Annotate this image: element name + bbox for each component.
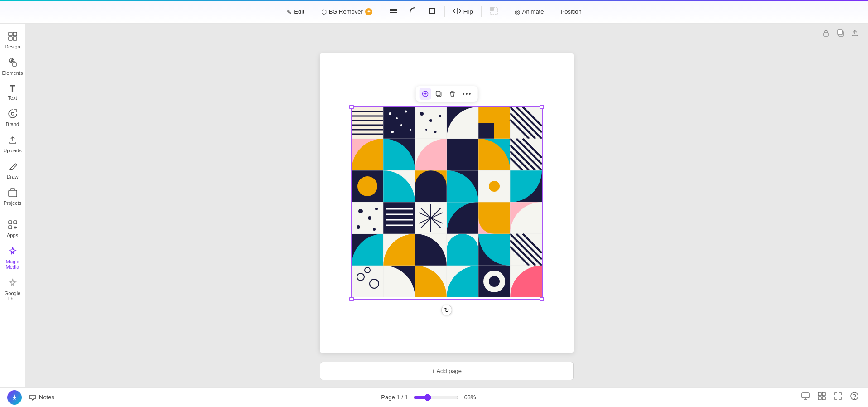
- resize-handle-br[interactable]: [540, 297, 544, 301]
- svg-rect-22: [436, 91, 440, 96]
- svg-rect-8: [13, 37, 17, 40]
- svg-rect-37: [415, 107, 447, 139]
- flip-label: Flip: [463, 8, 473, 15]
- svg-point-32: [396, 117, 398, 119]
- sidebar-divider: [4, 213, 22, 213]
- animate-button[interactable]: ◎ Animate: [510, 5, 549, 18]
- projects-label: Projects: [4, 200, 22, 206]
- resize-handle-tl[interactable]: [349, 105, 354, 109]
- fullscreen-button[interactable]: [832, 390, 844, 405]
- bottom-bar: Notes Page 1 / 1 63%: [0, 387, 868, 407]
- animate-icon: ◎: [515, 8, 520, 15]
- element-toolbar: •••: [416, 86, 478, 102]
- sidebar-item-magic-media[interactable]: Magic Media: [0, 242, 25, 273]
- bg-remover-badge: ✦: [365, 8, 372, 15]
- svg-point-12: [11, 112, 14, 115]
- svg-rect-78: [383, 202, 415, 234]
- text-label: Text: [8, 95, 17, 101]
- svg-point-65: [357, 176, 377, 196]
- draw-icon: [8, 161, 18, 173]
- selected-image[interactable]: ↻: [351, 106, 543, 300]
- svg-point-35: [391, 131, 394, 133]
- svg-rect-124: [802, 393, 809, 398]
- corner-style-button[interactable]: [405, 4, 422, 19]
- draw-label: Draw: [7, 174, 19, 179]
- divider-3: [444, 6, 445, 17]
- edit-icon: ✎: [286, 8, 292, 15]
- svg-point-75: [375, 208, 378, 210]
- bg-remover-button[interactable]: ⬡ BG Remover ✦: [317, 5, 377, 18]
- svg-point-77: [373, 228, 376, 231]
- svg-point-73: [358, 209, 363, 213]
- svg-rect-17: [824, 33, 828, 36]
- lock-button[interactable]: [820, 27, 832, 41]
- svg-rect-111: [478, 266, 510, 297]
- svg-rect-7: [9, 37, 12, 40]
- apps-label: Apps: [7, 233, 18, 238]
- svg-point-76: [357, 225, 360, 229]
- transparency-button[interactable]: [485, 4, 502, 19]
- grid-view-button[interactable]: [815, 390, 828, 405]
- transparency-icon: [490, 7, 498, 16]
- svg-point-31: [389, 112, 391, 115]
- svg-point-132: [854, 398, 855, 399]
- sidebar-item-elements[interactable]: Elements: [0, 54, 25, 79]
- bg-remover-label: BG Remover: [329, 8, 363, 15]
- svg-point-40: [425, 129, 427, 131]
- desktop-view-button[interactable]: [799, 390, 812, 405]
- zoom-slider[interactable]: [414, 394, 459, 401]
- sidebar-item-projects[interactable]: Projects: [0, 184, 25, 209]
- google-photos-label: Google Ph...: [2, 291, 23, 301]
- animate-label: Animate: [522, 8, 544, 15]
- top-toolbar: ✎ Edit ⬡ BG Remover ✦ Flip ◎ A: [0, 0, 868, 24]
- resize-handle-tr[interactable]: [540, 105, 544, 109]
- flip-button[interactable]: Flip: [448, 4, 477, 19]
- add-page-button[interactable]: + Add page: [320, 362, 574, 380]
- sidebar-item-uploads[interactable]: Uploads: [0, 131, 25, 157]
- google-photos-icon: [8, 278, 18, 289]
- elements-label: Elements: [2, 70, 23, 76]
- element-copy-button[interactable]: [433, 88, 445, 100]
- sidebar-item-text[interactable]: T Text: [0, 80, 25, 104]
- line-style-button[interactable]: [385, 5, 403, 18]
- svg-rect-13: [9, 190, 17, 197]
- notes-button[interactable]: Notes: [25, 392, 58, 403]
- crop-button[interactable]: [424, 4, 441, 19]
- page-canvas[interactable]: •••: [320, 53, 574, 353]
- sidebar-item-google-photos[interactable]: Google Ph...: [0, 274, 25, 305]
- svg-rect-4: [490, 7, 494, 11]
- svg-rect-91: [478, 202, 510, 234]
- svg-rect-45: [478, 123, 494, 139]
- element-more-button[interactable]: •••: [460, 88, 474, 100]
- element-delete-button[interactable]: [447, 88, 458, 100]
- sidebar-item-draw[interactable]: Draw: [0, 158, 25, 183]
- bottom-left: Notes: [7, 390, 58, 405]
- help-button[interactable]: [848, 390, 861, 405]
- magic-circle-button[interactable]: [7, 390, 22, 405]
- brand-label: Brand: [6, 121, 19, 127]
- svg-point-74: [368, 216, 371, 220]
- uploads-icon: [8, 135, 18, 146]
- sidebar-item-design[interactable]: Design: [0, 28, 25, 53]
- bottom-right: [799, 390, 861, 405]
- svg-rect-72: [352, 202, 383, 234]
- resize-handle-bl[interactable]: [349, 297, 354, 301]
- svg-rect-10: [13, 63, 16, 66]
- edit-button[interactable]: ✎ Edit: [282, 5, 309, 18]
- divider-5: [506, 6, 506, 17]
- elements-icon: [8, 58, 18, 69]
- position-button[interactable]: Position: [556, 5, 586, 18]
- share-button[interactable]: [849, 27, 861, 41]
- corner-style-icon: [409, 7, 417, 16]
- svg-rect-15: [14, 221, 17, 224]
- sidebar-item-apps[interactable]: Apps: [0, 216, 25, 242]
- sidebar-item-brand[interactable]: Brand: [0, 105, 25, 131]
- mosaic-artwork: [352, 107, 542, 297]
- uploads-label: Uploads: [3, 148, 21, 153]
- element-magic-button[interactable]: [420, 88, 431, 100]
- svg-rect-14: [9, 221, 12, 224]
- copy-button-secondary[interactable]: [834, 27, 846, 41]
- rotate-handle[interactable]: ↻: [441, 305, 452, 315]
- projects-icon: [8, 188, 18, 199]
- svg-point-39: [429, 119, 432, 122]
